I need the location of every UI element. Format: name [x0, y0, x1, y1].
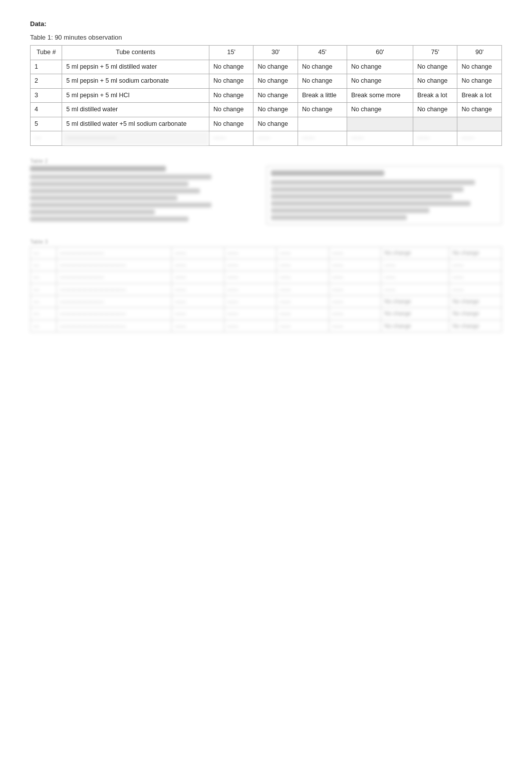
cell-tube: 3	[31, 88, 62, 103]
cell-t15: No change	[209, 60, 253, 74]
cell-t75	[413, 117, 457, 131]
cell-t45: No change	[298, 103, 347, 117]
cell-t90: Break a lot	[457, 88, 502, 103]
col-tube: Tube #	[31, 46, 62, 60]
table-row-blurred: — ———————— —— —— —— —— —— ——	[31, 131, 502, 146]
cell-t90: No change	[457, 103, 502, 117]
table-row: 4 5 ml distilled water No change No chan…	[31, 103, 502, 117]
cell-t90: No change	[457, 60, 502, 74]
table-row: 3 5 ml pepsin + 5 ml HCl No change No ch…	[31, 88, 502, 103]
cell-t60: No change	[347, 60, 413, 74]
col-60: 60'	[347, 46, 413, 60]
col-contents: Tube contents	[62, 46, 209, 60]
cell-t60	[347, 117, 413, 131]
section-title: Data:	[30, 20, 502, 28]
cell-t45: No change	[298, 74, 347, 89]
cell-tube: 2	[31, 74, 62, 89]
cell-tube: 1	[31, 60, 62, 74]
cell-t90: No change	[457, 74, 502, 89]
col-90: 90'	[457, 46, 502, 60]
cell-t75: Break a lot	[413, 88, 457, 103]
cell-contents: 5 ml pepsin + 5 ml sodium carbonate	[62, 74, 209, 89]
table-row: 1 5 ml pepsin + 5 ml distilled water No …	[31, 60, 502, 74]
cell-t15: No change	[209, 74, 253, 89]
col-30: 30'	[253, 46, 298, 60]
blurred-section-1: Table 2	[30, 158, 502, 225]
cell-t45: No change	[298, 60, 347, 74]
table1-caption: Table 1: 90 minutes observation	[30, 34, 502, 41]
table-row: 2 5 ml pepsin + 5 ml sodium carbonate No…	[31, 74, 502, 89]
cell-t30: No change	[253, 103, 298, 117]
table-row: 5 5 ml distilled water +5 ml sodium carb…	[31, 117, 502, 131]
cell-t15: No change	[209, 117, 253, 131]
cell-tube: 5	[31, 117, 62, 131]
cell-t30: No change	[253, 60, 298, 74]
cell-contents: 5 ml distilled water +5 ml sodium carbon…	[62, 117, 209, 131]
col-15: 15'	[209, 46, 253, 60]
cell-t30: No change	[253, 74, 298, 89]
cell-tube: 4	[31, 103, 62, 117]
cell-t30: No change	[253, 117, 298, 131]
col-45: 45'	[298, 46, 347, 60]
cell-contents: 5 ml distilled water	[62, 103, 209, 117]
blurred-label-2: Table 3	[30, 239, 502, 245]
cell-t75: No change	[413, 103, 457, 117]
cell-t45: Break a little	[298, 88, 347, 103]
cell-t60: No change	[347, 103, 413, 117]
cell-t60: No change	[347, 74, 413, 89]
cell-t45	[298, 117, 347, 131]
blurred-section-2: Table 3 — ———————— —— —— —— —— No change…	[30, 239, 502, 333]
cell-t30: No change	[253, 88, 298, 103]
cell-contents: 5 ml pepsin + 5 ml HCl	[62, 88, 209, 103]
col-75: 75'	[413, 46, 457, 60]
blurred-label-1: Table 2	[30, 158, 502, 164]
cell-t15: No change	[209, 88, 253, 103]
cell-t75: No change	[413, 60, 457, 74]
cell-t90	[457, 117, 502, 131]
blurred-table2: — ———————— —— —— —— —— No change No chan…	[30, 247, 502, 333]
table1: Tube # Tube contents 15' 30' 45' 60' 75'…	[30, 45, 502, 146]
cell-contents: 5 ml pepsin + 5 ml distilled water	[62, 60, 209, 74]
cell-t75: No change	[413, 74, 457, 89]
cell-t15: No change	[209, 103, 253, 117]
cell-t60: Break some more	[347, 88, 413, 103]
